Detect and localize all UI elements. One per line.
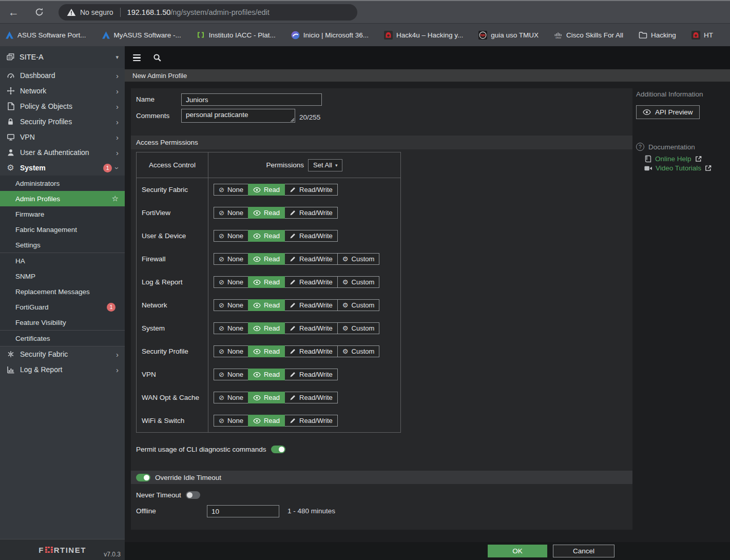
name-label: Name — [136, 95, 155, 103]
permission-none-button[interactable]: ⊘ None — [214, 230, 248, 242]
bookmark-ht[interactable]: HT — [691, 31, 713, 40]
permission-readwrite-button[interactable]: Read/Write — [284, 322, 338, 334]
sidebar-item-ha[interactable]: HA — [0, 253, 125, 268]
permission-read-button[interactable]: Read — [248, 322, 285, 334]
hamburger-menu-icon[interactable] — [133, 54, 141, 61]
sidebar-item-settings[interactable]: Settings — [0, 237, 125, 253]
sidebar-item-administrators[interactable]: Administrators — [0, 176, 125, 191]
sidebar-item-firmware[interactable]: Firmware — [0, 206, 125, 222]
permission-none-button[interactable]: ⊘ None — [214, 276, 248, 288]
permission-button-group: ⊘ None Read Read/Write — [214, 230, 338, 242]
permission-readwrite-button[interactable]: Read/Write — [284, 253, 338, 265]
permission-custom-button[interactable]: ⚙ Custom — [337, 345, 379, 357]
permission-custom-button[interactable]: ⚙ Custom — [337, 276, 379, 288]
search-icon[interactable] — [153, 53, 162, 62]
resize-handle[interactable] — [290, 118, 294, 122]
back-icon[interactable]: ← — [8, 7, 19, 17]
help-icon: ? — [636, 143, 644, 151]
address-bar[interactable]: No seguro 192.168.1.50/ng/system/admin-p… — [59, 4, 357, 21]
permission-read-button[interactable]: Read — [248, 415, 285, 427]
permission-readwrite-button[interactable]: Read/Write — [284, 299, 338, 311]
permission-read-button[interactable]: Read — [248, 345, 285, 357]
permission-readwrite-button[interactable]: Read/Write — [284, 345, 338, 357]
permission-none-button[interactable]: ⊘ None — [214, 184, 248, 196]
permission-readwrite-button[interactable]: Read/Write — [284, 230, 338, 242]
site-selector[interactable]: SITE-A ▾ — [0, 46, 125, 68]
none-icon: ⊘ — [219, 417, 224, 424]
permission-none-button[interactable]: ⊘ None — [214, 369, 248, 380]
permission-read-button[interactable]: Read — [248, 207, 285, 219]
sidebar-item-system[interactable]: ⚙ System 1 › — [0, 160, 125, 176]
override-idle-timeout-toggle[interactable] — [136, 474, 150, 481]
sidebar-item-replacement-messages[interactable]: Replacement Messages — [0, 284, 125, 299]
permission-read-button[interactable]: Read — [248, 276, 285, 288]
bookmark-hack4u[interactable]: Hack4u – Hacking y... — [384, 31, 463, 40]
sidebar-item-feature-visibility[interactable]: Feature Visibility — [0, 315, 125, 330]
sidebar-item-security-fabric[interactable]: Security Fabric › — [0, 346, 125, 362]
permission-readwrite-button[interactable]: Read/Write — [284, 369, 338, 380]
permission-readwrite-button[interactable]: Read/Write — [284, 207, 338, 219]
bookmark-myasus[interactable]: MyASUS Software -... — [102, 31, 181, 40]
permission-custom-button[interactable]: ⚙ Custom — [337, 299, 379, 311]
ok-button[interactable]: OK — [488, 545, 547, 557]
documentation-label: Documentation — [648, 143, 695, 151]
sidebar-item-policy-objects[interactable]: Policy & Objects › — [0, 99, 125, 114]
never-timeout-label: Never Timeout — [136, 491, 181, 499]
permission-none-button[interactable]: ⊘ None — [214, 322, 248, 334]
permission-none-button[interactable]: ⊘ None — [214, 299, 248, 311]
permission-read-button[interactable]: Read — [248, 230, 285, 242]
none-icon: ⊘ — [219, 371, 224, 378]
permission-none-button[interactable]: ⊘ None — [214, 415, 248, 427]
video-tutorials-link[interactable]: Video Tutorials — [644, 164, 730, 172]
sidebar-item-network[interactable]: Network › — [0, 83, 125, 99]
permission-readwrite-button[interactable]: Read/Write — [284, 276, 338, 288]
permission-custom-button[interactable]: ⚙ Custom — [337, 322, 379, 334]
comments-textarea[interactable] — [182, 109, 295, 122]
name-input[interactable] — [181, 93, 322, 106]
permission-custom-button[interactable]: ⚙ Custom — [337, 253, 379, 265]
permission-read-button[interactable]: Read — [248, 299, 285, 311]
bookmark-cisco[interactable]: cisco Cisco Skills For All — [554, 31, 623, 40]
permission-read-button[interactable]: Read — [248, 253, 285, 265]
api-preview-button[interactable]: API Preview — [636, 105, 700, 119]
sidebar-item-fortiguard[interactable]: FortiGuard 1 — [0, 299, 125, 315]
sidebar-item-vpn[interactable]: VPN › — [0, 129, 125, 145]
bookmark-microsoft365[interactable]: Inicio | Microsoft 36... — [291, 31, 369, 40]
sidebar-item-certificates[interactable]: Certificates — [0, 331, 125, 346]
permission-read-button[interactable]: Read — [248, 369, 285, 380]
bookmark-hacking-folder[interactable]: Hacking — [639, 31, 676, 40]
access-control-label: User & Device — [137, 224, 208, 247]
sidebar-item-fabric-management[interactable]: Fabric Management — [0, 222, 125, 237]
bookmark-iacc[interactable]: Instituto IACC - Plat... — [197, 31, 276, 40]
permission-none-button[interactable]: ⊘ None — [214, 253, 248, 265]
sidebar-item-user-authentication[interactable]: User & Authentication › — [0, 145, 125, 160]
permission-none-button[interactable]: ⊘ None — [214, 207, 248, 219]
sidebar-item-security-profiles[interactable]: Security Profiles › — [0, 114, 125, 129]
cli-diagnostic-toggle[interactable] — [271, 446, 285, 453]
bookmark-asus[interactable]: ASUS Software Port... — [5, 31, 86, 40]
never-timeout-toggle[interactable] — [186, 491, 200, 499]
none-icon: ⊘ — [219, 256, 224, 262]
sidebar-item-admin-profiles[interactable]: Admin Profiles ☆ — [0, 191, 125, 206]
svg-text:NK: NK — [480, 33, 486, 37]
online-help-link[interactable]: Online Help — [644, 155, 730, 163]
sidebar-item-dashboard[interactable]: Dashboard › — [0, 68, 125, 83]
permission-readwrite-button[interactable]: Read/Write — [284, 392, 338, 403]
permission-readwrite-button[interactable]: Read/Write — [284, 184, 338, 196]
permission-readwrite-button[interactable]: Read/Write — [284, 415, 338, 427]
permission-row: WAN Opt & Cache ⊘ None Read Read/Write — [137, 386, 400, 409]
eye-icon — [253, 187, 261, 192]
permission-read-button[interactable]: Read — [248, 184, 285, 196]
sidebar-item-snmp[interactable]: SNMP — [0, 268, 125, 284]
microsoft365-icon — [291, 31, 300, 40]
bookmark-tmux[interactable]: NK guia uso TMUX — [478, 31, 539, 40]
permission-none-button[interactable]: ⊘ None — [214, 392, 248, 403]
cancel-button[interactable]: Cancel — [553, 545, 614, 557]
star-icon[interactable]: ☆ — [112, 194, 119, 203]
set-all-dropdown[interactable]: Set All ▾ — [308, 159, 342, 171]
offline-input[interactable] — [207, 505, 279, 517]
permission-read-button[interactable]: Read — [248, 392, 285, 403]
permission-none-button[interactable]: ⊘ None — [214, 345, 248, 357]
sidebar-item-log-report[interactable]: Log & Report › — [0, 362, 125, 377]
reload-icon[interactable] — [34, 7, 44, 17]
